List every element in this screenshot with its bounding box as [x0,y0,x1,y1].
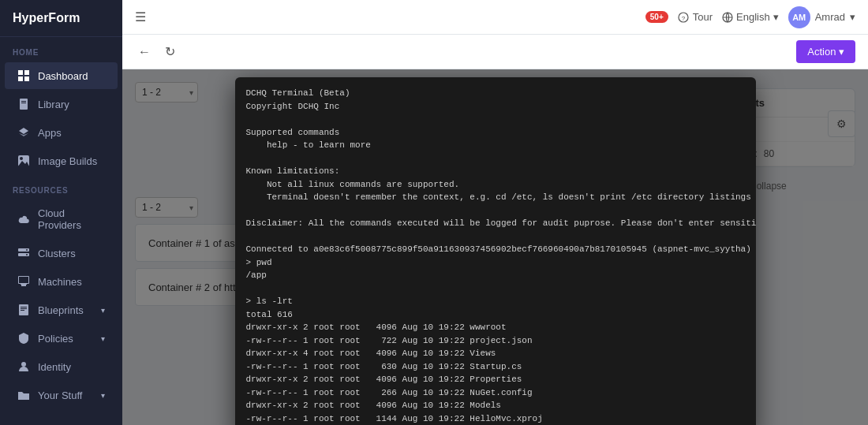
home-section-label: HOME [0,37,122,62]
user-name: Amrad [815,11,845,23]
terminal-modal: DCHQ Terminal (Beta) Copyright DCHQ Inc … [235,77,756,425]
language-selector[interactable]: English ▾ [722,11,779,23]
svg-rect-19 [19,277,28,283]
sidebar-item-library-label: Library [38,99,69,110]
sidebar-item-your-stuff-label: Your Stuff [38,390,82,401]
blueprints-expand-icon: ▾ [101,306,105,315]
sidebar-item-blueprints-label: Blueprints [38,304,84,316]
avatar: AM [788,6,810,28]
user-menu[interactable]: AM Amrad ▾ [788,6,855,28]
svg-rect-0 [18,70,23,75]
sidebar-item-image-builds[interactable]: Image Builds [5,147,118,174]
blueprint-icon [17,304,30,316]
sidebar-item-cloud-providers-label: Cloud Providers [38,207,105,231]
monitor-icon [17,275,30,288]
tour-button[interactable]: ? Tour [678,11,713,23]
shield-icon [17,332,30,345]
svg-text:?: ? [682,15,686,22]
sidebar-item-dashboard[interactable]: Dashboard [5,62,118,89]
app-logo: HyperForm [0,0,122,37]
sidebar-item-blueprints[interactable]: Blueprints ▾ [5,296,118,323]
sidebar: HyperForm HOME Dashboard Library Apps Im… [0,0,122,425]
hamburger-icon[interactable]: ☰ [135,9,146,24]
page-content: 1 - 2 ▾ 1 - 2 ▾ Container # 1 of aspnet-… [122,69,868,425]
grid-icon [17,69,30,82]
svg-point-10 [20,157,23,160]
resources-section-label: RESOURCES [0,175,122,199]
action-button[interactable]: Action ▾ [796,40,855,63]
policies-expand-icon: ▾ [101,334,105,343]
terminal-body[interactable]: DCHQ Terminal (Beta) Copyright DCHQ Inc … [235,77,756,425]
back-button[interactable]: ← [135,42,154,62]
svg-point-14 [26,249,28,251]
sidebar-item-identity[interactable]: Identity [5,353,118,380]
sidebar-item-image-builds-label: Image Builds [38,155,97,167]
language-chevron-icon: ▾ [773,11,779,23]
sidebar-item-clusters[interactable]: Clusters [5,240,118,267]
sidebar-item-machines[interactable]: Machines [5,268,118,295]
sidebar-item-clusters-label: Clusters [38,248,76,259]
sidebar-item-policies[interactable]: Policies ▾ [5,325,118,352]
cloud-icon [17,213,30,226]
folder-icon [17,389,30,401]
sidebar-item-machines-label: Machines [38,276,82,288]
svg-rect-6 [21,103,26,103]
image-icon [17,155,30,167]
sidebar-item-apps[interactable]: Apps [5,119,118,146]
svg-rect-22 [21,308,27,309]
notification-badge: 50+ [645,11,668,23]
sidebar-item-dashboard-label: Dashboard [38,70,88,82]
terminal-overlay: DCHQ Terminal (Beta) Copyright DCHQ Inc … [122,69,868,425]
svg-point-15 [26,254,28,255]
sidebar-item-your-stuff[interactable]: Your Stuff ▾ [5,382,118,408]
book-icon [17,98,30,110]
language-label: English [736,11,770,23]
main-content: ☰ 50+ ? Tour English ▾ AM Amrad ▾ ← ↻ Ac… [122,0,868,425]
your-stuff-expand-icon: ▾ [101,391,105,400]
svg-rect-23 [21,310,24,311]
svg-point-24 [21,362,26,367]
refresh-button[interactable]: ↻ [162,41,178,62]
svg-rect-1 [24,70,29,75]
svg-rect-3 [24,76,29,81]
sidebar-item-apps-label: Apps [38,127,62,139]
sub-topbar: ← ↻ Action ▾ [122,35,868,69]
svg-rect-5 [21,101,26,102]
svg-rect-18 [21,284,27,285]
svg-rect-2 [18,76,23,81]
sidebar-item-policies-label: Policies [38,333,73,345]
sidebar-item-library[interactable]: Library [5,91,118,117]
svg-rect-4 [20,99,28,110]
layers-icon [17,126,30,139]
user-icon [17,360,30,373]
topbar: ☰ 50+ ? Tour English ▾ AM Amrad ▾ [122,0,868,35]
tour-label: Tour [693,11,713,23]
server-icon [17,247,30,259]
svg-rect-21 [21,307,27,308]
sidebar-item-cloud-providers[interactable]: Cloud Providers [5,200,118,238]
svg-rect-17 [21,285,26,286]
user-chevron-icon: ▾ [850,11,855,23]
sidebar-item-identity-label: Identity [38,361,71,373]
svg-marker-7 [19,128,28,134]
